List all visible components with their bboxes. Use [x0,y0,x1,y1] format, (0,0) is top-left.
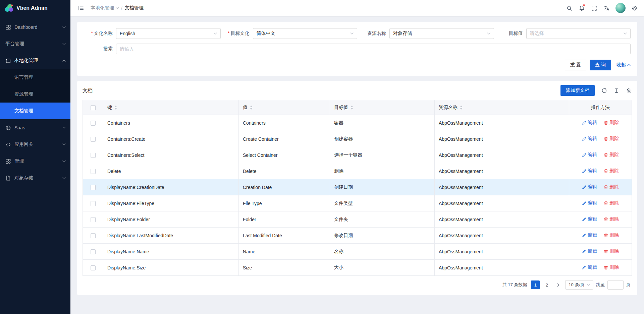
sidebar-item-app-gateway[interactable]: 应用网关 [0,136,70,153]
edit-button[interactable]: 编辑 [582,120,597,126]
delete-button[interactable]: 删除 [604,152,619,158]
cell-key: Containers [103,115,239,131]
breadcrumb-parent[interactable]: 本地化管理 [91,5,119,11]
sort-icon[interactable] [250,106,253,110]
translate-icon[interactable] [600,0,613,16]
page-size-value: 10 条/页 [569,282,585,288]
pencil-icon [582,201,586,205]
search-icon[interactable] [563,0,576,16]
search-input[interactable] [116,44,631,54]
cell-value: Select Container [239,147,330,163]
sidebar-item-management[interactable]: 管理 [0,153,70,170]
cell-key: DisplayName:Folder [103,211,239,228]
sidebar-item-platform-management[interactable]: 平台管理 [0,36,70,52]
delete-button[interactable]: 删除 [604,232,619,238]
jump-page-input[interactable] [607,280,624,290]
delete-button[interactable]: 删除 [604,200,619,206]
bell-icon[interactable] [576,0,588,16]
collapse-link[interactable]: 收起 [616,62,631,68]
row-checkbox[interactable] [91,201,96,206]
edit-button[interactable]: 编辑 [582,168,597,174]
reset-button[interactable]: 重 置 [565,60,586,70]
chevron-down-icon [487,33,490,35]
culture-select-value: English [120,31,135,36]
logo[interactable]: Vben Admin [0,0,70,16]
edit-button[interactable]: 编辑 [582,248,597,254]
menu-collapse-icon[interactable] [76,0,86,16]
page-size-select[interactable]: 10 条/页 [565,280,593,290]
pencil-icon [582,121,586,125]
avatar[interactable] [615,3,626,13]
sidebar-item-dashboard[interactable]: Dashboard [0,19,70,36]
edit-button[interactable]: 编辑 [582,152,597,158]
sort-icon[interactable] [460,106,463,110]
edit-button[interactable]: 编辑 [582,216,597,222]
column-resource-name[interactable]: 资源名称 [435,100,537,115]
column-height-icon[interactable] [614,88,620,93]
delete-button[interactable]: 删除 [604,248,619,254]
table-row[interactable]: DisplayName:CreationDate Creation Date 创… [83,179,632,195]
row-checkbox[interactable] [91,265,96,270]
row-checkbox[interactable] [91,121,96,126]
sort-icon[interactable] [351,106,353,110]
query-button[interactable]: 查 询 [590,60,611,70]
refresh-icon[interactable] [601,88,607,93]
edit-button[interactable]: 编辑 [582,184,597,190]
table-row[interactable]: Containers:Create Create Container 创建容器 … [83,131,632,147]
sidebar-item-language-management[interactable]: 语言管理 [0,69,70,86]
delete-button[interactable]: 删除 [604,120,619,126]
column-target-value[interactable]: 目标值 [330,100,435,115]
cell-target-value: 名称 [330,244,435,260]
column-key[interactable]: 键 [103,100,239,115]
sidebar-item-saas[interactable]: Saas [0,119,70,136]
page-button-2[interactable]: 2 [542,280,551,289]
delete-button[interactable]: 删除 [604,136,619,142]
cell-value: Delete [239,163,330,179]
row-checkbox[interactable] [91,217,96,222]
select-all-checkbox[interactable] [91,105,96,110]
add-document-button[interactable]: 添加新文档 [560,85,595,96]
fullscreen-icon[interactable] [588,0,600,16]
cell-key: DisplayName:Size [103,260,239,276]
delete-button[interactable]: 删除 [604,264,619,270]
sidebar-item-resource-management[interactable]: 资源管理 [0,86,70,103]
resource-select[interactable]: 对象存储 [389,28,494,39]
row-checkbox[interactable] [91,169,96,174]
row-checkbox[interactable] [91,249,96,254]
delete-button[interactable]: 删除 [604,216,619,222]
culture-select[interactable]: English [116,28,221,39]
table-row[interactable]: DisplayName:Size Size 大小 AbpOssManagemen… [83,260,632,276]
table-row[interactable]: Containers Containers 容器 AbpOssManagemen… [83,115,632,131]
row-checkbox[interactable] [91,233,96,238]
row-checkbox[interactable] [91,137,96,142]
edit-button[interactable]: 编辑 [582,200,597,206]
table-row[interactable]: Containers:Select Select Container 选择一个容… [83,147,632,163]
sidebar-item-localization-management[interactable]: 本地化管理 [0,52,70,69]
edit-button[interactable]: 编辑 [582,264,597,270]
table-row[interactable]: DisplayName:FileType File Type 文件类型 AbpO… [83,195,632,211]
sort-icon[interactable] [114,106,117,110]
sidebar-item-object-storage[interactable]: 对象存储 [0,170,70,186]
app-root: Vben Admin Dashboard 平台管理 本地化管理 语言管理 [0,0,644,314]
row-checkbox[interactable] [91,185,96,190]
cell-target-value: 删除 [330,163,435,179]
row-checkbox[interactable] [91,153,96,158]
edit-button[interactable]: 编辑 [582,136,597,142]
target-culture-select[interactable]: 简体中文 [253,28,358,39]
table-row[interactable]: DisplayName:LastModifiedDate Last Modifi… [83,228,632,244]
delete-button[interactable]: 删除 [604,184,619,190]
table-row[interactable]: DisplayName:Name Name 名称 AbpOssManagemen… [83,244,632,260]
edit-button[interactable]: 编辑 [582,232,597,238]
page-button-1[interactable]: 1 [531,280,540,289]
cell-actions: 编辑 删除 [569,228,632,244]
gear-icon[interactable] [626,88,632,93]
breadcrumb-current: 文档管理 [125,5,144,11]
target-value-select[interactable]: 请选择 [526,28,631,39]
table-row[interactable]: Delete Delete 删除 AbpOssManagement 编辑 删除 [83,163,632,179]
sidebar-item-document-management[interactable]: 文档管理 [0,103,70,119]
delete-button[interactable]: 删除 [604,168,619,174]
gear-icon[interactable] [628,0,641,16]
table-row[interactable]: DisplayName:Folder Folder 文件夹 AbpOssMana… [83,211,632,228]
column-value[interactable]: 值 [239,100,330,115]
next-page-button[interactable] [554,280,562,289]
